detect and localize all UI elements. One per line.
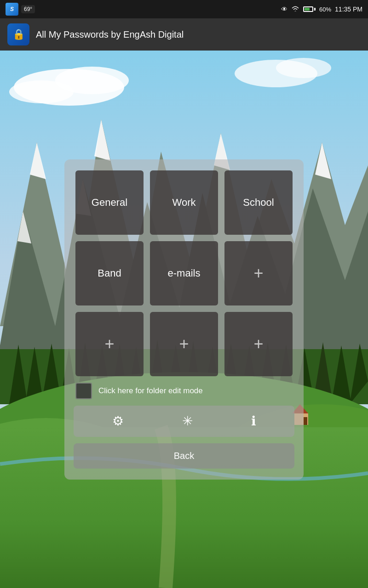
wifi-icon [291, 6, 299, 13]
bottom-toolbar: ⚙ ✳ ℹ [74, 406, 294, 437]
app-icon: 🔒 [7, 23, 29, 45]
settings-button[interactable]: ⚙ [103, 412, 133, 430]
back-button[interactable]: Back [74, 443, 294, 469]
add-folder-button-4[interactable]: + [224, 312, 293, 376]
main-panel: General Work School Band e-mails + + [0, 51, 368, 588]
title-bar: 🔒 All My Passwords by EngAsh Digital [0, 18, 368, 51]
status-left: S 69° [6, 3, 35, 16]
app-title: All My Passwords by EngAsh Digital [36, 29, 184, 40]
asterisk-button[interactable]: ✳ [173, 412, 202, 430]
school-folder-button[interactable]: School [224, 170, 293, 235]
grid-row-2: Band e-mails + [74, 241, 294, 305]
battery-percent: 60% [319, 6, 331, 13]
work-folder-button[interactable]: Work [150, 170, 218, 235]
edit-mode-label: Click here for folder edit mode [98, 386, 203, 396]
lock-icon: 🔒 [12, 28, 25, 40]
eye-icon: 👁 [281, 6, 288, 13]
asterisk-icon: ✳ [182, 413, 193, 429]
info-icon: ℹ [251, 413, 256, 429]
edit-mode-checkbox[interactable] [75, 383, 92, 399]
band-folder-button[interactable]: Band [75, 241, 144, 305]
weather-widget: 69° [21, 5, 35, 13]
grid-row-1: General Work School [74, 170, 294, 235]
grid-row-3: + + + [74, 312, 294, 376]
add-folder-button-2[interactable]: + [75, 312, 144, 376]
time-display: 11:35 PM [335, 6, 362, 13]
status-bar: S 69° 👁 60% 11:35 PM [0, 0, 368, 18]
temperature: 69° [24, 6, 32, 12]
status-right: 👁 60% 11:35 PM [281, 6, 362, 13]
dialog-container: General Work School Band e-mails + + [64, 159, 304, 480]
general-folder-button[interactable]: General [75, 170, 144, 235]
skydrive-icon: S [6, 3, 18, 16]
edit-mode-row: Click here for folder edit mode [74, 383, 294, 399]
emails-folder-button[interactable]: e-mails [150, 241, 218, 305]
add-folder-button-3[interactable]: + [150, 312, 218, 376]
add-folder-button-1[interactable]: + [224, 241, 293, 305]
battery-indicator [303, 6, 316, 12]
info-button[interactable]: ℹ [242, 412, 265, 430]
settings-icon: ⚙ [112, 413, 124, 429]
